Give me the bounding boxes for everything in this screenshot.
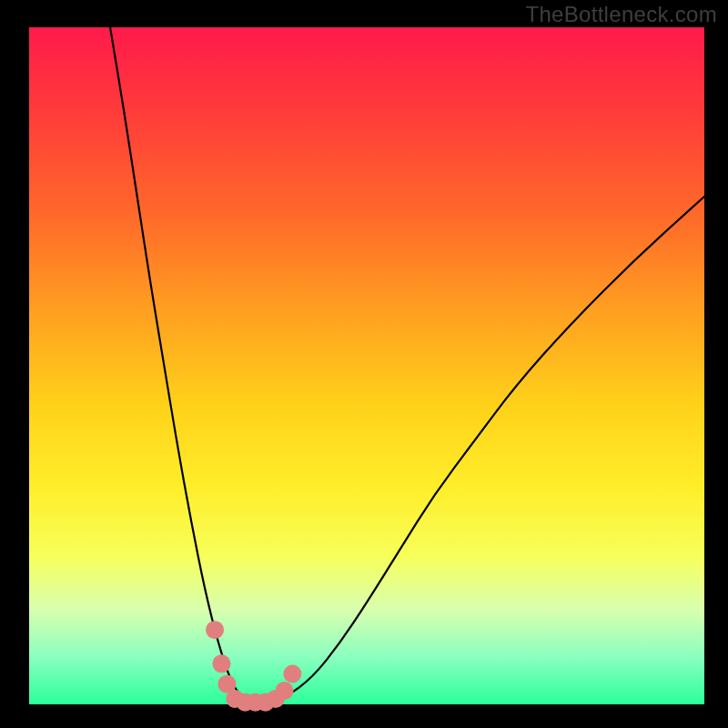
chart-svg <box>0 0 728 728</box>
marker-dot <box>275 682 293 700</box>
curve-left-curve <box>110 27 258 704</box>
marker-dot <box>212 654 230 672</box>
marker-dot <box>283 665 301 683</box>
curve-right-curve <box>258 197 704 704</box>
chart-frame: TheBottleneck.com <box>0 0 728 728</box>
marker-dot <box>206 621 224 639</box>
